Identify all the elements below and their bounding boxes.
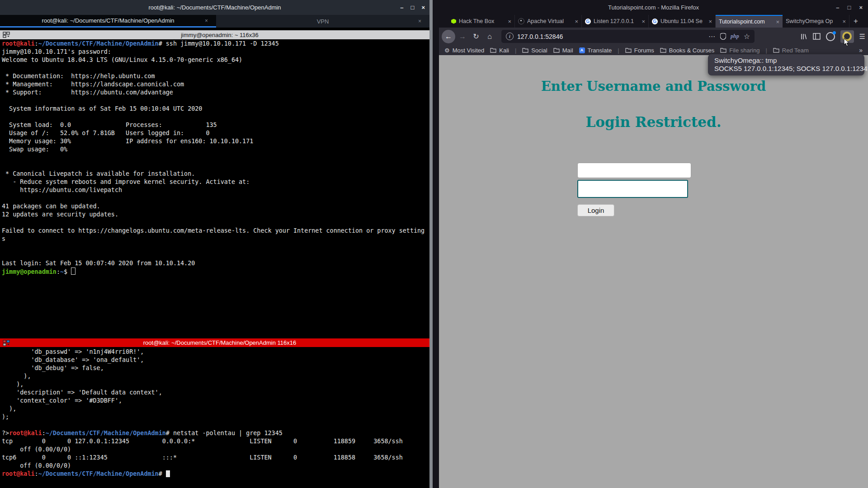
bookmark-item[interactable]: Kali: [490, 47, 509, 54]
terminal-line: s: [2, 235, 429, 243]
firefox-minimize-button[interactable]: –: [836, 4, 839, 11]
folder-icon: [490, 47, 496, 53]
account-icon[interactable]: [826, 32, 835, 41]
login-button[interactable]: Login: [577, 204, 614, 216]
google-favicon: G: [652, 19, 658, 24]
terminal-line: 'description' => 'Default data context',: [2, 389, 429, 397]
bookmark-item[interactable]: File sharing: [720, 47, 760, 54]
gear-icon: ⚙: [444, 47, 450, 54]
browser-tab[interactable]: Apache Virtual×: [515, 15, 582, 28]
new-tab-button[interactable]: +: [849, 15, 862, 28]
firefox-close-button[interactable]: ×: [859, 4, 863, 11]
bookmark-item[interactable]: Books & Courses: [660, 47, 714, 54]
terminal-line: 'db_debug' => false,: [2, 364, 429, 372]
terminal-line: [2, 113, 429, 121]
tab-title: Tutorialspoint.com: [719, 19, 773, 25]
tab-close-icon[interactable]: ×: [842, 18, 846, 25]
terminal-line: Swap usage: 0%: [2, 145, 429, 154]
screen-split-bar-bottom: root@kali: ~/Documents/CTF/Machine/OpenA…: [0, 338, 429, 347]
bookmark-item[interactable]: Forums: [625, 47, 654, 54]
terminal-line: * Canonical Livepatch is available for i…: [2, 170, 429, 178]
terminal-line: );: [2, 413, 429, 421]
site-favicon: [518, 18, 524, 24]
terminal-window-title: root@kali: ~/Documents/CTF/Machine/OpenA…: [148, 4, 281, 11]
page-actions-icon[interactable]: ⋯: [708, 33, 716, 41]
bookmark-label: Red Team: [782, 47, 809, 54]
browser-tab[interactable]: Tutorialspoint.com×: [716, 15, 783, 28]
terminal-line: Welcome to Ubuntu 18.04.3 LTS (GNU/Linux…: [2, 56, 429, 64]
site-info-icon[interactable]: i: [506, 33, 514, 40]
navigation-toolbar: ← → ↻ ⌂ i 127.0.0.1:52846 ⋯ php ☆: [439, 28, 868, 45]
bookmark-star-icon[interactable]: ☆: [744, 32, 750, 41]
username-input[interactable]: [577, 163, 691, 178]
terminal-line: System information as of Sat Feb 15 00:1…: [2, 105, 429, 113]
terminal-tab-bar: root@kali: ~/Documents/CTF/Machine/OpenA…: [0, 15, 429, 28]
tab-close-icon[interactable]: ×: [575, 18, 578, 25]
browser-tab[interactable]: SwitchyOmega Op×: [783, 15, 849, 28]
terminal-line: root@kali:~/Documents/CTF/Machine/OpenAd…: [2, 470, 429, 478]
bookmark-item[interactable]: ATranslate: [579, 47, 612, 54]
tooltip-proxy-line: SOCKS5 127.0.0.1:12345; SOCKS 127.0.0.1:…: [714, 65, 858, 73]
tab-close-icon[interactable]: ×: [508, 18, 511, 25]
terminal-line: * Documentation: https://help.ubuntu.com: [2, 72, 429, 80]
terminal-line: ),: [2, 380, 429, 389]
terminal-line: Last login: Sat Feb 15 00:07:40 2020 fro…: [2, 259, 429, 267]
page-heading: Enter Username and Password: [439, 79, 868, 94]
browser-tab[interactable]: GUbuntu 11.04 Se×: [649, 15, 716, 28]
terminal-line: [2, 219, 429, 227]
screen-split-bar-top: jimmy@openadmin: ~ 116x36: [0, 30, 429, 39]
bookmark-item[interactable]: Social: [522, 47, 547, 54]
tab-close-icon[interactable]: ×: [708, 18, 712, 25]
terminal-output-top[interactable]: root@kali:~/Documents/CTF/Machine/OpenAd…: [0, 40, 429, 338]
hamburger-menu-icon[interactable]: ☰: [859, 33, 865, 41]
tab-title: SwitchyOmega Op: [786, 18, 840, 24]
terminal-close-button[interactable]: ×: [421, 4, 425, 11]
bookmark-label: Social: [531, 47, 547, 54]
shield-icon[interactable]: [720, 33, 726, 40]
login-restricted-heading: Login Restricted.: [439, 114, 868, 130]
bookmarks-separator: |: [765, 47, 767, 54]
password-input[interactable]: [577, 180, 688, 198]
tab-close-icon[interactable]: ×: [418, 18, 421, 24]
browser-tab[interactable]: Hack The Box×: [448, 15, 515, 28]
php-badge[interactable]: php: [731, 33, 739, 40]
forward-button[interactable]: →: [456, 33, 469, 41]
url-text[interactable]: 127.0.0.1:52846: [517, 33, 705, 40]
tab-close-icon[interactable]: ×: [205, 18, 208, 24]
bookmarks-separator: |: [618, 47, 619, 54]
terminal-window: root@kali: ~/Documents/CTF/Machine/OpenA…: [0, 0, 429, 488]
terminal-maximize-button[interactable]: □: [411, 4, 415, 11]
bookmarks-overflow-chevron[interactable]: »: [859, 47, 863, 54]
sidebar-icon[interactable]: [813, 33, 821, 40]
terminal-line: [2, 194, 429, 202]
bookmark-item[interactable]: ⚙Most Visited: [444, 47, 484, 54]
bookmark-label: Kali: [499, 47, 509, 54]
home-button[interactable]: ⌂: [483, 33, 496, 41]
tab-close-icon[interactable]: ×: [776, 19, 779, 25]
tab-title: Listen 127.0.0.1: [594, 18, 639, 24]
firefox-maximize-button[interactable]: □: [848, 4, 851, 11]
terminal-line: Memory usage: 30% IP address for ens160:…: [2, 137, 429, 145]
bookmark-item[interactable]: Red Team: [773, 47, 809, 54]
terminal-line: [2, 243, 429, 251]
tab-title: Apache Virtual: [527, 18, 572, 24]
library-icon[interactable]: [800, 33, 807, 40]
bookmark-item[interactable]: Mail: [553, 47, 573, 54]
terminal-tab-openadmin[interactable]: root@kali: ~/Documents/CTF/Machine/OpenA…: [0, 15, 216, 28]
terminal-line: root@kali:~/Documents/CTF/Machine/OpenAd…: [2, 40, 429, 48]
folder-icon: [720, 47, 726, 53]
bookmark-label: Translate: [588, 47, 612, 54]
terminal-tab-vpn[interactable]: VPN ×: [216, 15, 429, 28]
terminal-output-bottom[interactable]: 'db_passwd' => 'n1nj4W4rri0R!', 'db_data…: [0, 348, 429, 483]
folder-icon: [625, 47, 632, 53]
mouse-cursor: [844, 38, 850, 47]
url-bar[interactable]: i 127.0.0.1:52846 ⋯ php ☆: [501, 30, 755, 43]
reload-button[interactable]: ↻: [470, 32, 482, 41]
switchyomega-tooltip: SwitchyOmega:: tmp SOCKS5 127.0.0.1:1234…: [708, 54, 864, 75]
tab-close-icon[interactable]: ×: [642, 18, 645, 25]
terminal-minimize-button[interactable]: –: [400, 4, 403, 11]
bookmarks-toolbar: ⚙Most VisitedKali|SocialMailATranslate|F…: [439, 45, 868, 55]
back-button[interactable]: ←: [442, 30, 455, 43]
bookmark-label: File sharing: [729, 47, 760, 54]
browser-tab[interactable]: GListen 127.0.0.1×: [582, 15, 649, 28]
